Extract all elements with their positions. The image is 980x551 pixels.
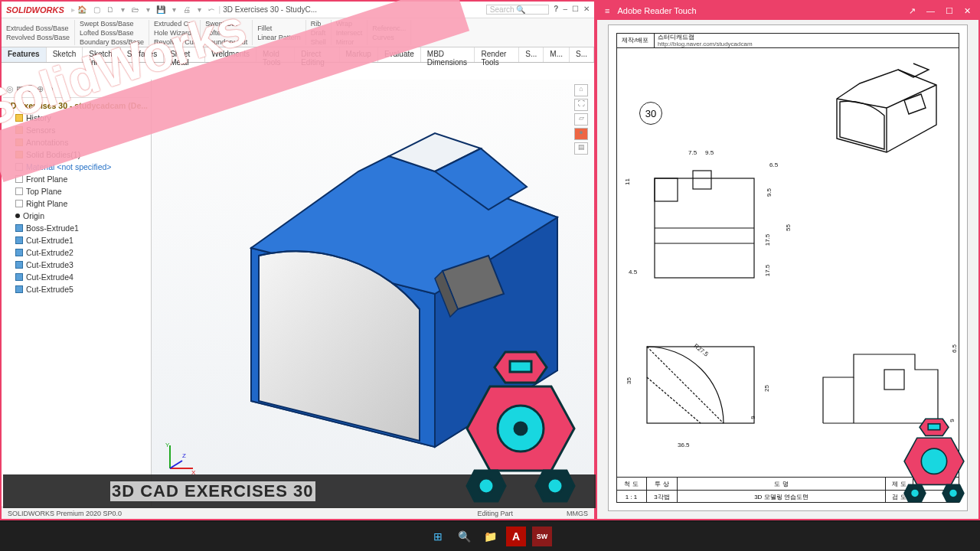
revolved-boss-button[interactable]: Revolved Boss/Base [6,33,70,42]
subtitle-text: 3D CAD EXERCISES 30 [110,481,315,501]
start-button[interactable]: ⊞ [428,527,448,546]
boundary-boss-button[interactable]: Boundary Boss/Base [80,37,144,47]
ribbon: Extruded Boss/BaseRevolved Boss/Base Swe… [2,18,594,47]
extruded-cut-button[interactable]: Extruded Cut [154,19,195,28]
draft-button[interactable]: Draft [311,28,326,37]
pdf-title-bar: ≡ Adobe Reader Touch ↗ — ☐ ✕ [597,2,978,20]
swept-boss-button[interactable]: Swept Boss/Base [80,19,144,28]
pattern-button[interactable]: Linear Pattern [257,33,301,42]
svg-marker-15 [904,94,926,114]
fillet-button[interactable]: Fillet [257,24,301,33]
title-block: 척 도 1 : 1 투 상 3각법 도 명 3D 모델링 연습도면 제 도 검 … [616,477,959,503]
tree-item[interactable]: Material <not specified> [3,161,149,173]
sw-title-bar: SOLIDWORKS ▸ 🏠 ▢ 🗋 ▾ 🗁 ▾ 💾 ▾ 🖨 ▾ ⤺ | 3D … [2,2,594,18]
pdf-close-icon[interactable]: ✕ [964,6,971,16]
windows-taskbar: ⊞ 🔍 📁 A SW [0,522,980,551]
intersect-button[interactable]: Intersect [336,28,363,37]
curves-button[interactable]: Curves [372,33,406,42]
close-icon[interactable]: ✕ [583,5,590,15]
taskbar-solidworks-icon[interactable]: SW [532,527,552,546]
pdf-min-icon[interactable]: — [926,6,935,16]
tab-s1[interactable]: S... [519,47,544,62]
tree-item-label: Boss-Extrude1 [26,223,79,233]
help-icon[interactable]: ? [554,5,558,15]
extruded-boss-button[interactable]: Extruded Boss/Base [6,24,70,33]
svg-rect-18 [693,171,711,189]
boundary-cut-button[interactable]: Boundary Cut [205,37,247,47]
tree-item[interactable]: Front Plane [3,173,149,185]
search-box[interactable]: Search 🔍 [486,5,549,15]
tab-features[interactable]: Features [2,47,47,62]
point-icon [15,214,20,218]
tree-item[interactable]: Origin [3,210,149,222]
tree-item-label: Origin [23,211,44,220]
tab-surfaces[interactable]: Surfaces [121,47,164,62]
taskbar-acrobat-icon[interactable]: A [506,527,526,546]
pdf-viewport[interactable]: 제작/배포 스터디캐드캠http://blog.naver.com/studyc… [597,20,978,519]
tab-mbd[interactable]: MBD Dimensions [421,47,475,62]
mirror-button[interactable]: Mirror [336,37,363,47]
tab-sketch[interactable]: Sketch [47,47,83,62]
ref-geom-button[interactable]: Referenc... [372,24,406,33]
tree-item[interactable]: Sensors [3,124,149,136]
tree-item[interactable]: Cut-Extrude2 [3,246,149,259]
adobe-reader-window: ≡ Adobe Reader Touch ↗ — ☐ ✕ 제작/배포 스터디캐드… [596,0,980,520]
feature-tree[interactable]: ◎ ▦ ⦿ ⊕ ◉ 3D Exercises 30 - studycadcam … [2,80,152,507]
subtitle-banner: 3D CAD EXERCISES 30 [3,474,596,508]
tab-sheetmetal[interactable]: Sheet Metal [164,47,205,62]
sw-logo: SOLIDWORKS [6,5,64,15]
tree-item[interactable]: Top Plane [3,185,149,197]
tab-mold[interactable]: Mold Tools [256,47,295,62]
tab-m[interactable]: M... [544,47,570,62]
tree-item[interactable]: Annotations [3,136,149,148]
pdf-max-icon[interactable]: ☐ [946,6,953,16]
shell-button[interactable]: Shell [311,37,326,47]
header-author-label: 제작/배포 [616,33,655,47]
folder-icon [15,126,23,134]
hole-wizard-button[interactable]: Hole Wizard [154,28,195,37]
tree-item-label: Solid Bodies(1) [26,150,80,159]
tree-item-label: Sensors [26,126,56,135]
tab-markup[interactable]: Markup [340,47,378,62]
taskbar-search-icon[interactable]: 🔍 [454,527,474,546]
rib-button[interactable]: Rib [311,19,326,28]
status-bar: SOLIDWORKS Premium 2020 SP0.0 Editing Pa… [2,507,594,519]
tab-evaluate[interactable]: Evaluate [378,47,421,62]
tab-weldments[interactable]: Weldments [205,47,256,62]
revolved-cut-button[interactable]: Revolved Cut [154,37,195,47]
min-icon[interactable]: – [563,5,567,15]
tree-item[interactable]: History [3,112,149,124]
tree-item[interactable]: Boss-Extrude1 [3,222,149,234]
tree-item[interactable]: Solid Bodies(1) [3,148,149,161]
wrap-button[interactable]: Wrap [336,19,363,28]
lofted-cut-button[interactable]: Lofted Cut [205,28,247,37]
graphics-area[interactable]: ⌂ ⛶ ▱ ● ▤ [152,80,594,507]
tree-item[interactable]: Cut-Extrude5 [3,283,149,295]
tree-item[interactable]: Right Plane [3,197,149,210]
tree-root[interactable]: 3D Exercises 30 - studycadcam (De... [3,99,149,112]
feat-icon [15,236,23,244]
tree-item[interactable]: Cut-Extrude1 [3,234,149,246]
status-mode: Editing Part [477,510,513,517]
max-icon[interactable]: ☐ [572,5,579,15]
svg-line-23 [647,377,701,423]
tab-s2[interactable]: S... [570,47,594,62]
swept-cut-button[interactable]: Swept Cut [205,19,247,28]
hamburger-icon[interactable]: ≡ [605,6,609,15]
command-tabs: Features Sketch Sketch Ink Surfaces Shee… [2,47,594,63]
tree-item[interactable]: Cut-Extrude3 [3,259,149,271]
tab-direct[interactable]: Direct Editing [295,47,339,62]
folder-icon [15,114,23,122]
tab-sketch-ink[interactable]: Sketch Ink [83,47,120,62]
lofted-boss-button[interactable]: Lofted Boss/Base [80,28,144,37]
tab-render[interactable]: Render Tools [475,47,519,62]
taskbar-explorer-icon[interactable]: 📁 [480,527,500,546]
iso-view [814,54,952,161]
feat-icon [15,261,23,269]
pdf-arrow-icon[interactable]: ↗ [909,6,916,16]
status-units[interactable]: MMGS [567,510,588,517]
tree-item[interactable]: Cut-Extrude4 [3,271,149,283]
tree-tabs[interactable]: ◎ ▦ ⦿ ⊕ ◉ [3,83,149,96]
tree-item-label: Material <not specified> [26,162,111,171]
sw-qat-icons[interactable]: 🏠 ▢ 🗋 ▾ 🗁 ▾ 💾 ▾ 🖨 ▾ ⤺ [77,5,217,14]
